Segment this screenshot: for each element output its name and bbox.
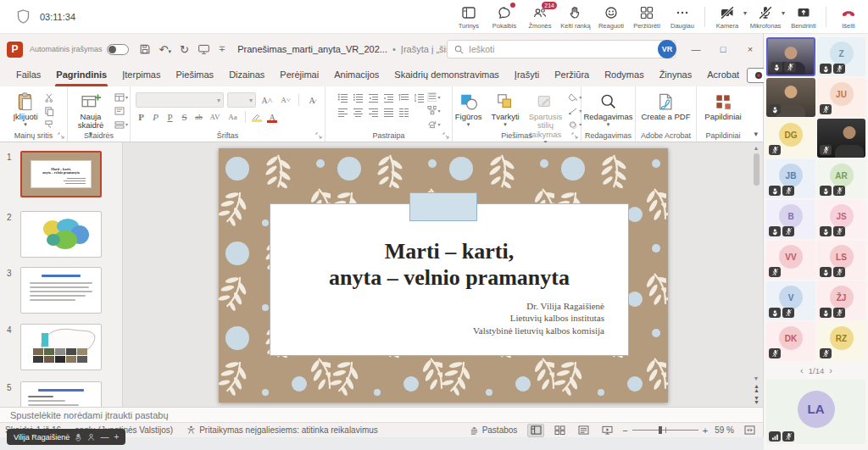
paste-button[interactable]: Įklijuoti ▾ (9, 89, 41, 130)
participant-tile[interactable]: JB (766, 159, 815, 198)
align-right-icon[interactable] (368, 107, 379, 118)
clear-formatting-icon[interactable]: A̷ (304, 96, 320, 105)
slide-canvas[interactable]: Marti – karti, anyta – velnio pramanyta … (123, 142, 749, 407)
participant-video-tile[interactable] (766, 37, 815, 76)
bullets-icon[interactable] (337, 92, 348, 103)
avatar[interactable]: VR (658, 40, 676, 58)
editing-button[interactable]: Redagavimas▾ (580, 89, 636, 130)
ribbon-tab--terpimas[interactable]: Įterpimas (114, 64, 168, 86)
grow-font-icon[interactable]: A˄ (259, 96, 275, 105)
reset-slide-icon[interactable] (114, 105, 128, 116)
participant-video-tile[interactable] (817, 119, 865, 158)
ribbon-tab--inynas[interactable]: Žinynas (652, 64, 700, 86)
zoom-level[interactable]: 59 % (715, 425, 734, 435)
cut-icon[interactable] (44, 92, 58, 103)
undo-icon[interactable]: ↶▾ (159, 44, 171, 55)
teams-turinys-button[interactable]: Turinys (451, 1, 487, 33)
create-pdf-button[interactable]: Create a PDF (637, 89, 693, 123)
ribbon-tab-animacijos[interactable]: Animacijos (326, 64, 387, 86)
participant-video-tile[interactable] (766, 78, 815, 117)
slideshow-view-button[interactable] (598, 424, 615, 437)
teams-reaguoti-button[interactable]: Reaguoti (593, 1, 629, 33)
participant-tile[interactable]: B (766, 200, 815, 239)
font-style-button-5[interactable]: AV (208, 113, 222, 121)
participant-tile[interactable]: LS (817, 241, 865, 280)
close-button[interactable]: × (743, 44, 758, 54)
zoom-out-button[interactable]: − (622, 425, 627, 436)
participant-tile[interactable]: JU (817, 78, 865, 117)
featured-participant-tile[interactable]: LA (766, 380, 865, 444)
next-slide-button[interactable]: ▼▼ (754, 396, 759, 405)
search-input[interactable]: Ieškoti (447, 40, 676, 58)
hand-icon[interactable] (75, 433, 82, 442)
autosave-toggle[interactable]: Automatinis įrašymas (30, 44, 129, 55)
redo-icon[interactable]: ↻ (180, 44, 189, 55)
accessibility-status[interactable]: Pritaikymas neįgaliesiems: atitinka reik… (186, 425, 378, 435)
slide-text-card[interactable]: Marti – karti, anyta – velnio pramanyta … (270, 203, 629, 356)
ribbon-tab-per-jimai[interactable]: Perėjimai (272, 64, 326, 86)
participant-tile[interactable]: ŽJ (817, 281, 865, 320)
shrink-font-icon[interactable]: A˅ (278, 96, 293, 104)
ribbon-tab-pie-imas[interactable]: Piešimas (169, 64, 222, 86)
reading-view-button[interactable] (575, 424, 592, 437)
scrollbar-thumb[interactable] (754, 153, 760, 186)
dialog-launcher-icon[interactable] (58, 132, 64, 139)
start-slideshow-icon[interactable] (198, 43, 210, 55)
slide-thumbnail-3[interactable] (20, 267, 102, 314)
slide-thumbnail-1[interactable]: Marti – karti,anyta – velnio pramanyta (20, 151, 102, 197)
autosave-switch[interactable] (107, 44, 129, 55)
font-style-button-0[interactable]: P (136, 112, 147, 122)
ribbon-tab-pagrindinis[interactable]: Pagrindinis (48, 64, 114, 86)
notes-pane[interactable]: Spustelėkite norėdami įtraukti pastabų (0, 407, 763, 422)
participant-tile[interactable]: AR (817, 159, 865, 198)
dialog-launcher-icon[interactable] (571, 132, 578, 139)
scroll-down-icon[interactable]: ▼ (754, 375, 760, 381)
arrange-button[interactable]: Tvarkyti▾ (487, 89, 522, 130)
customize-qat-icon[interactable]: ∓ (219, 45, 225, 53)
justify-icon[interactable] (383, 107, 394, 118)
font-style-button-2[interactable]: P (164, 112, 175, 122)
teams-kelti-ranka-button[interactable]: Kelti ranką (558, 1, 593, 33)
participant-tile[interactable]: RZ (817, 322, 865, 361)
participant-tile[interactable]: VV (766, 241, 815, 280)
minimize-pill-icon[interactable]: — (100, 433, 108, 442)
ribbon-tab--ra-yti[interactable]: Įrašyti (507, 64, 547, 86)
teams-mikrofonas-button[interactable]: Mikrofonas (748, 1, 783, 33)
align-left-icon[interactable] (337, 107, 348, 118)
participant-tile[interactable]: Z (817, 37, 865, 76)
text-direction-icon[interactable] (398, 92, 409, 103)
addins-button[interactable]: Papildiniai (701, 89, 744, 123)
ribbon-tab-dizainas[interactable]: Dizainas (221, 64, 272, 86)
normal-view-button[interactable] (527, 424, 544, 437)
teams-zmones-button[interactable]: Žmonės214 (522, 1, 558, 33)
convert-smartart-icon[interactable]: ▾ (427, 105, 441, 116)
ribbon-tab-rodymas[interactable]: Rodymas (597, 64, 651, 86)
previous-page-icon[interactable]: ‹ (800, 365, 804, 375)
ribbon-tab-skaidri-demonstravimas[interactable]: Skaidrių demonstravimas (387, 64, 507, 86)
scroll-up-icon[interactable]: ▲ (754, 145, 760, 151)
teams-perziureti-button[interactable]: Peržiūrėti (629, 1, 665, 33)
teams-leave-button[interactable]: Išeiti (831, 1, 866, 33)
expand-pill-icon[interactable]: + (114, 433, 119, 442)
object-rotate-icon[interactable]: ▾ (427, 119, 441, 130)
format-painter-icon[interactable] (44, 119, 58, 130)
teams-pokalbis-button[interactable]: Pokalbis (487, 1, 522, 33)
decrease-indent-icon[interactable] (368, 92, 379, 103)
participant-tile[interactable]: DG (766, 119, 815, 158)
font-style-button-4[interactable]: ab (193, 113, 204, 121)
font-style-button-3[interactable]: S (179, 112, 190, 122)
shapes-button[interactable]: Figūros▾ (452, 89, 486, 130)
person-icon[interactable] (87, 433, 95, 442)
save-icon[interactable] (139, 43, 151, 55)
align-text-icon[interactable]: ▾ (427, 92, 441, 103)
previous-slide-button[interactable]: ▲▲ (754, 384, 759, 393)
slide-thumbnail-2[interactable] (20, 211, 102, 258)
copy-icon[interactable] (44, 105, 58, 116)
teams-daugiau-button[interactable]: Daugiau (665, 1, 700, 33)
notes-toggle[interactable]: Pastabos (470, 425, 518, 435)
slide-layout-icon[interactable]: ▾ (114, 92, 128, 103)
participant-tile[interactable]: JS (817, 200, 865, 239)
dialog-launcher-icon[interactable] (442, 132, 449, 139)
collapse-ribbon-icon[interactable]: ▾ (754, 130, 758, 138)
current-slide[interactable]: Marti – karti, anyta – velnio pramanyta … (219, 148, 668, 403)
